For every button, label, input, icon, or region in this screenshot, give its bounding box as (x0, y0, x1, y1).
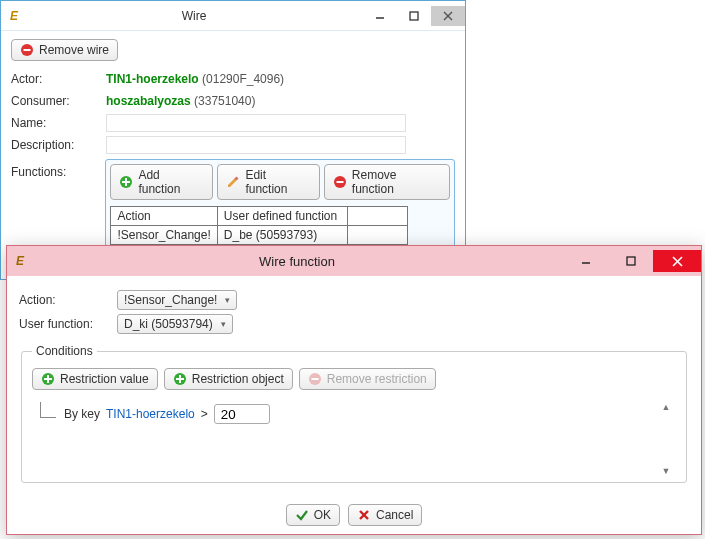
svg-text:E: E (16, 254, 25, 268)
wire-function-title: Wire function (31, 254, 563, 269)
consumer-id: (33751040) (194, 94, 255, 108)
minimize-button[interactable] (363, 6, 397, 26)
svg-rect-6 (24, 49, 31, 51)
svg-rect-16 (627, 257, 635, 265)
remove-function-label: Remove function (352, 168, 441, 196)
add-icon (173, 372, 187, 386)
table-header-row: Action User defined function (111, 207, 407, 226)
remove-icon (20, 43, 34, 57)
close-button[interactable] (653, 250, 701, 272)
remove-wire-button[interactable]: Remove wire (11, 39, 118, 61)
chevron-down-icon: ▾ (225, 295, 230, 305)
restriction-value-button[interactable]: Restriction value (32, 368, 158, 390)
maximize-button[interactable] (397, 6, 431, 26)
maximize-button[interactable] (608, 250, 653, 272)
app-icon: E (15, 253, 31, 269)
action-dropdown[interactable]: !Sensor_Change! ▾ (117, 290, 237, 310)
wire-title: Wire (25, 9, 363, 23)
conditions-list: By key TIN1-hoerzekelo > ▲ ▼ (32, 402, 676, 476)
app-icon: E (9, 8, 25, 24)
wire-function-titlebar[interactable]: E Wire function (7, 246, 701, 276)
cell-action: !Sensor_Change! (111, 226, 217, 245)
scroll-up-icon[interactable]: ▲ (662, 402, 671, 412)
svg-rect-9 (122, 181, 130, 183)
remove-restriction-button[interactable]: Remove restriction (299, 368, 436, 390)
ok-label: OK (314, 508, 331, 522)
conditions-legend: Conditions (32, 344, 97, 358)
add-function-button[interactable]: Add function (110, 164, 213, 200)
close-button[interactable] (431, 6, 465, 26)
wire-window: E Wire Remove wire Actor: TIN1-hoerzekel… (0, 0, 466, 280)
functions-label: Functions: (11, 159, 105, 179)
restriction-object-label: Restriction object (192, 372, 284, 386)
user-function-label: User function: (19, 317, 109, 331)
condition-value-input[interactable] (214, 404, 270, 424)
description-input[interactable] (106, 136, 406, 154)
remove-icon (333, 175, 347, 189)
cell-extra (347, 226, 407, 245)
actor-id: (01290F_4096) (202, 72, 284, 86)
wire-function-body: Action: !Sensor_Change! ▾ User function:… (7, 276, 701, 483)
cancel-button[interactable]: Cancel (348, 504, 422, 526)
condition-row[interactable]: By key TIN1-hoerzekelo > (40, 402, 654, 426)
edit-function-label: Edit function (245, 168, 310, 196)
remove-icon (308, 372, 322, 386)
header-udf[interactable]: User defined function (217, 207, 347, 226)
scrollbar[interactable]: ▲ ▼ (658, 402, 674, 476)
edit-function-button[interactable]: Edit function (217, 164, 319, 200)
add-function-label: Add function (138, 168, 204, 196)
name-input[interactable] (106, 114, 406, 132)
check-icon (295, 508, 309, 522)
scroll-down-icon[interactable]: ▼ (662, 466, 671, 476)
wire-function-window: E Wire function Action: !Sensor_Change! … (6, 245, 702, 535)
svg-rect-21 (44, 378, 52, 380)
description-label: Description: (11, 138, 106, 152)
svg-rect-2 (410, 12, 418, 20)
table-row[interactable]: !Sensor_Change! D_be (50593793) (111, 226, 407, 245)
restriction-value-label: Restriction value (60, 372, 149, 386)
consumer-label: Consumer: (11, 94, 106, 108)
condition-operator[interactable]: > (201, 407, 208, 421)
wire-window-controls (363, 6, 465, 26)
condition-subject[interactable]: TIN1-hoerzekelo (106, 407, 195, 421)
cancel-label: Cancel (376, 508, 413, 522)
remove-restriction-label: Remove restriction (327, 372, 427, 386)
chevron-down-icon: ▾ (221, 319, 226, 329)
cancel-icon (357, 508, 371, 522)
remove-function-button[interactable]: Remove function (324, 164, 450, 200)
wire-body: Remove wire Actor: TIN1-hoerzekelo (0129… (1, 31, 465, 277)
add-icon (41, 372, 55, 386)
user-function-dropdown[interactable]: D_ki (50593794) ▾ (117, 314, 233, 334)
svg-rect-13 (336, 181, 343, 183)
actor-label: Actor: (11, 72, 106, 86)
edit-icon (226, 175, 240, 189)
wire-function-controls (563, 250, 701, 272)
remove-wire-label: Remove wire (39, 43, 109, 57)
svg-rect-26 (311, 378, 318, 380)
action-label: Action: (19, 293, 109, 307)
cell-udf: D_be (50593793) (217, 226, 347, 245)
wire-function-footer: OK Cancel (7, 504, 701, 526)
svg-rect-24 (176, 378, 184, 380)
add-icon (119, 175, 133, 189)
header-action[interactable]: Action (111, 207, 217, 226)
condition-prefix: By key (64, 407, 100, 421)
restriction-object-button[interactable]: Restriction object (164, 368, 293, 390)
name-label: Name: (11, 116, 106, 130)
minimize-button[interactable] (563, 250, 608, 272)
svg-text:E: E (10, 9, 19, 23)
conditions-group: Conditions Restriction value Restriction… (21, 344, 687, 483)
action-value: !Sensor_Change! (124, 293, 217, 307)
tree-branch-icon (40, 402, 56, 418)
user-function-value: D_ki (50593794) (124, 317, 213, 331)
consumer-name: hoszabalyozas (106, 94, 191, 108)
header-extra (347, 207, 407, 226)
wire-titlebar[interactable]: E Wire (1, 1, 465, 31)
actor-name: TIN1-hoerzekelo (106, 72, 199, 86)
ok-button[interactable]: OK (286, 504, 340, 526)
